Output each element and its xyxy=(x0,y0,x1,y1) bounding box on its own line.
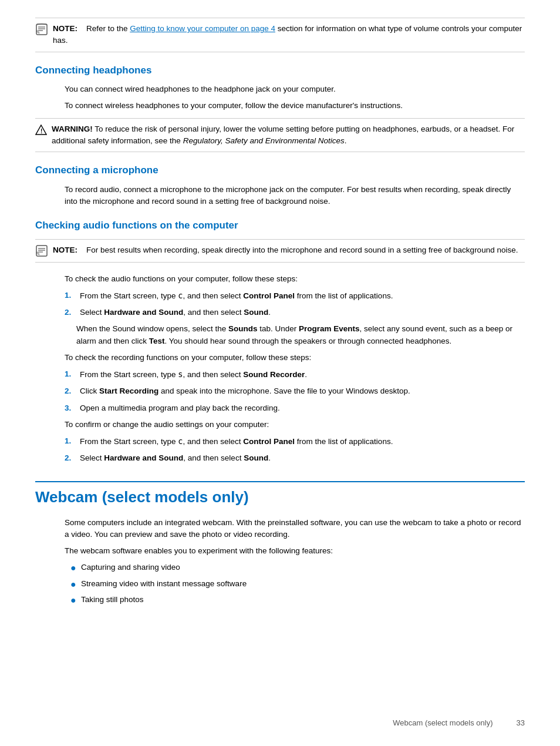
audio-step3-2: 2. Select Hardware and Sound, and then s… xyxy=(65,452,525,464)
webcam-bullet-list: ● Capturing and sharing video ● Streamin… xyxy=(70,562,525,607)
note-audio-text: For best results when recording, speak d… xyxy=(86,246,518,254)
bullet-icon-3: ● xyxy=(70,594,81,607)
audio-step3-2-text: Select Hardware and Sound, and then sele… xyxy=(80,452,525,464)
warning-label: WARNING! xyxy=(52,125,93,133)
headphones-para1: You can connect wired headphones to the … xyxy=(65,83,525,95)
svg-text:!: ! xyxy=(41,128,42,135)
warning-italic: Regulatory, Safety and Environmental Not… xyxy=(183,136,345,145)
audio-step1-1-num: 1. xyxy=(65,290,80,301)
audio-step1-1: 1. From the Start screen, type c, and th… xyxy=(65,290,525,302)
audio-step2-3: 3. Open a multimedia program and play ba… xyxy=(65,402,525,414)
audio-step2-detail: When the Sound window opens, select the … xyxy=(76,323,525,347)
warning-text: To reduce the risk of personal injury, l… xyxy=(52,125,514,145)
audio-steps2-list: 1. From the Start screen, type s, and th… xyxy=(65,368,525,414)
note-box-audio: ✎ NOTE: For best results when recording,… xyxy=(35,239,525,263)
warning-icon: ! xyxy=(35,124,47,136)
section-heading-audio: Checking audio functions on the computer xyxy=(35,218,525,233)
audio-step2-1-num: 1. xyxy=(65,368,80,380)
webcam-para2: The webcam software enables you to exper… xyxy=(65,545,525,557)
webcam-bullet-3: ● Taking still photos xyxy=(70,594,525,607)
audio-steps1-list: 1. From the Start screen, type c, and th… xyxy=(65,290,525,319)
warning-box-headphones: ! WARNING! To reduce the risk of persona… xyxy=(35,118,525,153)
note-1-label: NOTE: xyxy=(53,24,77,33)
bullet-icon-2: ● xyxy=(70,578,81,591)
audio-intro2: To check the recording functions on your… xyxy=(65,352,525,364)
section-heading-microphone: Connecting a microphone xyxy=(35,163,525,178)
note-audio-content: NOTE: For best results when recording, s… xyxy=(53,244,525,256)
audio-step3-1: 1. From the Start screen, type c, and th… xyxy=(65,435,525,448)
audio-step2-1: 1. From the Start screen, type s, and th… xyxy=(65,368,525,381)
audio-step2-2: 2. Click Start Recording and speak into … xyxy=(65,385,525,397)
section-heading-headphones: Connecting headphones xyxy=(35,63,525,78)
audio-step1-2: 2. Select Hardware and Sound, and then s… xyxy=(65,307,525,318)
warning-headphones-content: WARNING! To reduce the risk of personal … xyxy=(52,123,525,147)
audio-step2-2-text: Click Start Recording and speak into the… xyxy=(80,385,525,397)
section-heading-webcam: Webcam (select models only) xyxy=(35,481,525,509)
footer-page-number: 33 xyxy=(517,717,525,729)
note-1-content: NOTE: Refer to the Getting to know your … xyxy=(53,23,525,47)
note-icon-audio: ✎ xyxy=(35,244,48,257)
audio-step2-2-num: 2. xyxy=(65,385,80,397)
microphone-para1: To record audio, connect a microphone to… xyxy=(65,184,525,208)
note-icon: ✎ xyxy=(35,23,48,36)
svg-text:✎: ✎ xyxy=(36,29,41,35)
audio-step1-2-num: 2. xyxy=(65,307,80,318)
audio-step1-1-text: From the Start screen, type c, and then … xyxy=(80,290,525,302)
webcam-para1: Some computers include an integrated web… xyxy=(65,517,525,541)
audio-step2-3-text: Open a multimedia program and play back … xyxy=(80,402,525,414)
audio-intro3: To confirm or change the audio settings … xyxy=(65,419,525,431)
webcam-bullet-2-text: Streaming video with instant message sof… xyxy=(81,578,525,590)
audio-step1-2-text: Select Hardware and Sound, and then sele… xyxy=(80,307,525,318)
headphones-para2: To connect wireless headphones to your c… xyxy=(65,100,525,112)
audio-step3-1-num: 1. xyxy=(65,435,80,447)
note-audio-label: NOTE: xyxy=(53,246,77,254)
audio-step2-3-num: 3. xyxy=(65,402,80,414)
note-box-1: ✎ NOTE: Refer to the Getting to know you… xyxy=(35,18,525,52)
svg-text:✎: ✎ xyxy=(36,251,41,257)
note-1-link[interactable]: Getting to know your computer on page 4 xyxy=(130,24,275,33)
webcam-bullet-1-text: Capturing and sharing video xyxy=(81,562,525,573)
audio-step3-1-text: From the Start screen, type c, and then … xyxy=(80,435,525,448)
webcam-bullet-2: ● Streaming video with instant message s… xyxy=(70,578,525,591)
webcam-bullet-1: ● Capturing and sharing video xyxy=(70,562,525,574)
note-1-text: Refer to the xyxy=(86,24,130,33)
page-footer: Webcam (select models only) 33 xyxy=(0,717,560,729)
webcam-bullet-3-text: Taking still photos xyxy=(81,594,525,606)
audio-steps3-list: 1. From the Start screen, type c, and th… xyxy=(65,435,525,465)
audio-step3-2-num: 2. xyxy=(65,452,80,464)
audio-step2-1-text: From the Start screen, type s, and then … xyxy=(80,368,525,381)
audio-intro1: To check the audio functions on your com… xyxy=(65,273,525,285)
footer-left: Webcam (select models only) xyxy=(393,717,492,729)
bullet-icon-1: ● xyxy=(70,562,81,574)
